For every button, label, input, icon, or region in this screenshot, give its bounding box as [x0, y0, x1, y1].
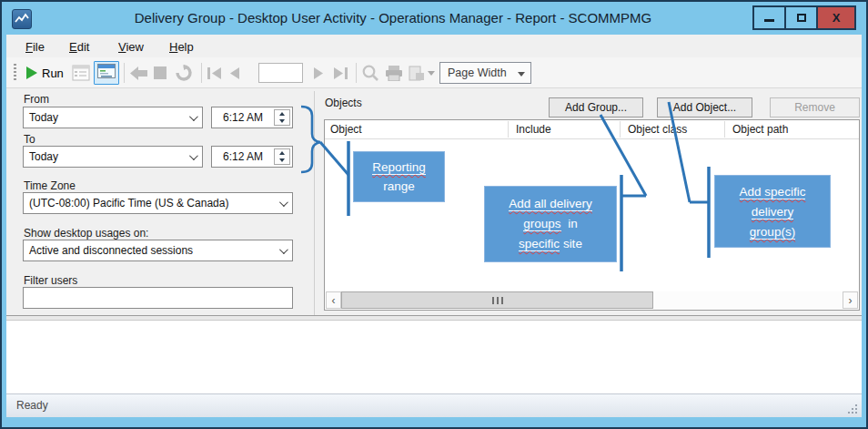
window-title: Delivery Group - Desktop User Activity -…: [38, 2, 748, 35]
from-label: From: [24, 93, 49, 106]
header-underline: [325, 138, 859, 139]
to-label: To: [24, 133, 35, 146]
to-combobox[interactable]: Today: [23, 146, 203, 168]
zoom-combobox[interactable]: Page Width: [439, 62, 531, 84]
scroll-left-button[interactable]: ‹: [326, 291, 341, 309]
remove-button[interactable]: Remove: [770, 97, 860, 117]
minimize-icon: [764, 19, 774, 22]
stop-icon: [154, 66, 167, 79]
usage-label: Show desktop usages on:: [24, 227, 148, 240]
filter-users-input[interactable]: [23, 287, 293, 309]
run-icon: [26, 66, 37, 79]
previous-page-icon: [229, 67, 239, 79]
add-object-button[interactable]: Add Object...: [657, 97, 752, 117]
scrollbar-thumb[interactable]: [341, 291, 653, 309]
filter-users-label: Filter users: [24, 274, 77, 287]
back-arrow-icon: [130, 66, 148, 80]
scroll-right-button[interactable]: ›: [843, 291, 858, 309]
objects-label: Objects: [325, 97, 362, 109]
to-time-spinner[interactable]: 6:12 AM: [211, 146, 293, 168]
status-text: Ready: [16, 399, 48, 412]
last-page-button[interactable]: [334, 57, 348, 88]
timezone-combobox[interactable]: (UTC-08:00) Pacific Time (US & Canada): [23, 192, 293, 214]
report-preview-area: [6, 321, 862, 393]
caret-up-icon: [279, 112, 285, 116]
toolbar-separator: [201, 63, 202, 83]
run-button[interactable]: Run: [26, 57, 64, 88]
maximize-button[interactable]: [784, 5, 818, 30]
print-preview-button[interactable]: [362, 57, 378, 88]
menu-view[interactable]: View: [113, 37, 149, 56]
chevron-down-icon: [279, 198, 288, 207]
combobox-arrow-icon: [518, 72, 525, 77]
close-icon: X: [833, 11, 841, 25]
menu-edit[interactable]: Edit: [64, 37, 95, 56]
window-border-bottom: [2, 417, 866, 427]
spin-down-button[interactable]: [275, 117, 289, 125]
scrollbar-track[interactable]: [341, 291, 843, 309]
spinner-buttons: [274, 109, 290, 126]
next-page-icon: [314, 67, 324, 79]
column-divider[interactable]: [724, 121, 725, 138]
callout-reporting-range: Reporting range: [353, 151, 445, 202]
chevron-down-icon: [189, 112, 198, 121]
column-header-object[interactable]: Object: [330, 120, 362, 138]
from-time-spinner[interactable]: 6:12 AM: [211, 107, 293, 128]
caret-up-icon: [279, 151, 285, 155]
column-header-object-path[interactable]: Object path: [732, 120, 788, 138]
print-button[interactable]: [385, 57, 403, 88]
from-combobox[interactable]: Today: [23, 107, 203, 128]
chevron-down-icon: [189, 151, 198, 160]
toolbar: Run: [6, 57, 862, 88]
close-button[interactable]: X: [816, 5, 856, 30]
toolbar-grip[interactable]: [14, 64, 16, 82]
scrollbar-grip-icon: [492, 297, 503, 304]
magnifier-icon: [362, 65, 378, 81]
caret-down-icon: [279, 119, 285, 123]
refresh-icon: [175, 65, 192, 81]
next-page-button[interactable]: [314, 57, 324, 88]
report-preview-button[interactable]: [94, 57, 119, 88]
maximize-icon: [797, 14, 806, 22]
first-page-icon: [207, 67, 221, 79]
titlebar: Delivery Group - Desktop User Activity -…: [2, 2, 866, 35]
back-button[interactable]: [130, 57, 148, 88]
pane-divider: [314, 91, 315, 315]
status-bar: Ready: [6, 393, 862, 417]
stop-button[interactable]: [154, 57, 167, 88]
menu-help[interactable]: Help: [164, 37, 199, 56]
toolbar-separator: [356, 63, 357, 83]
parameters-icon: [72, 65, 90, 81]
export-dropdown-arrow-icon: [428, 71, 435, 76]
chevron-down-icon: [279, 245, 288, 254]
spin-down-button[interactable]: [275, 156, 289, 164]
callout-add-all-delivery-groups: Add all delivery groups in specific site: [484, 186, 617, 262]
page-number-input[interactable]: [258, 63, 303, 83]
parameters-button[interactable]: [72, 57, 90, 88]
column-divider[interactable]: [620, 121, 621, 138]
application-window: Delivery Group - Desktop User Activity -…: [0, 0, 868, 429]
column-header-object-class[interactable]: Object class: [628, 120, 687, 138]
column-divider[interactable]: [508, 121, 509, 138]
spinner-buttons: [274, 148, 290, 165]
first-page-button[interactable]: [207, 57, 221, 88]
printer-icon: [385, 66, 403, 81]
usage-combobox[interactable]: Active and disconnected sessions: [23, 240, 293, 261]
export-button[interactable]: [409, 57, 435, 88]
timezone-label: Time Zone: [24, 179, 76, 192]
minimize-button[interactable]: [752, 5, 786, 30]
menu-bar: File Edit View Help: [6, 36, 862, 57]
column-header-include[interactable]: Include: [516, 120, 551, 138]
add-group-button[interactable]: Add Group...: [549, 97, 643, 117]
callout-add-specific-delivery-groups: Add specific delivery group(s): [714, 175, 831, 248]
menu-file[interactable]: File: [20, 37, 50, 56]
selected-highlight: [94, 61, 119, 85]
app-icon: [12, 9, 32, 29]
export-icon: [409, 66, 425, 81]
refresh-button[interactable]: [175, 57, 192, 88]
last-page-icon: [334, 67, 348, 79]
previous-page-button[interactable]: [229, 57, 239, 88]
report-preview-icon: [97, 64, 116, 78]
resize-grip-icon[interactable]: [846, 403, 857, 414]
toolbar-separator: [124, 63, 125, 83]
